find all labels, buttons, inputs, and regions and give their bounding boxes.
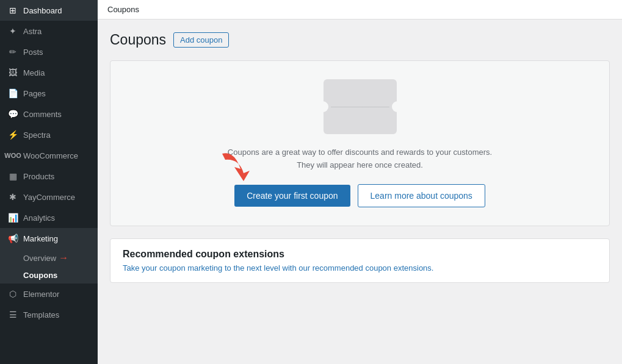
recommended-section: Recommended coupon extensions Take your …: [110, 238, 610, 283]
empty-state: Coupons are a great way to offer discoun…: [110, 60, 610, 226]
sidebar-item-media[interactable]: 🖼 Media: [0, 62, 98, 83]
content-area: Coupons Add coupon Coupons are a great w…: [98, 20, 622, 364]
sidebar-item-label: Elementor: [23, 290, 59, 299]
astra-icon: ✦: [7, 26, 18, 37]
templates-icon: ☰: [7, 309, 18, 320]
sidebar-item-label: WooCommerce: [23, 151, 78, 160]
add-coupon-button[interactable]: Add coupon: [173, 32, 229, 48]
overview-label: Overview: [23, 254, 56, 263]
sidebar-item-posts[interactable]: ✏ Posts: [0, 41, 98, 62]
sidebar-item-label: Products: [23, 172, 54, 181]
sidebar-item-templates[interactable]: ☰ Templates: [0, 304, 98, 325]
sidebar-item-label: Spectra: [23, 130, 51, 140]
sidebar-item-dashboard[interactable]: ⊞ Dashboard: [0, 0, 98, 21]
empty-state-description: Coupons are a great way to offer discoun…: [220, 146, 501, 172]
sidebar-item-products[interactable]: ▦ Products: [0, 166, 98, 187]
sidebar-item-coupons[interactable]: Coupons: [0, 267, 98, 284]
sidebar-item-yaycommerce[interactable]: ✱ YayCommerce: [0, 187, 98, 207]
comments-icon: 💬: [7, 109, 18, 120]
top-bar: Coupons: [98, 0, 622, 20]
coupon-illustration: [324, 79, 397, 134]
sidebar-item-spectra[interactable]: ⚡ Spectra: [0, 124, 98, 145]
marketing-submenu: Overview → Coupons: [0, 249, 98, 284]
sidebar: ⊞ Dashboard ✦ Astra ✏ Posts 🖼 Media 📄 Pa…: [0, 0, 98, 364]
pages-icon: 📄: [7, 88, 18, 99]
sidebar-item-overview[interactable]: Overview →: [0, 249, 98, 267]
sidebar-item-label: Dashboard: [23, 6, 62, 15]
elementor-icon: ⬡: [7, 288, 18, 299]
create-first-coupon-button[interactable]: Create your first coupon: [234, 185, 350, 207]
posts-icon: ✏: [7, 46, 18, 57]
sidebar-item-label: YayCommerce: [23, 193, 75, 202]
sidebar-item-woocommerce[interactable]: WOO WooCommerce: [0, 145, 98, 166]
dashboard-icon: ⊞: [7, 5, 18, 16]
sidebar-item-label: Media: [23, 68, 45, 77]
media-icon: 🖼: [7, 67, 18, 78]
yaycommerce-icon: ✱: [7, 191, 18, 202]
sidebar-item-pages[interactable]: 📄 Pages: [0, 83, 98, 104]
main-content: Coupons Coupons Add coupon Coupons are a…: [98, 0, 622, 364]
recommended-subtitle: Take your coupon marketing to the next l…: [123, 263, 597, 273]
coupons-label: Coupons: [23, 271, 57, 280]
recommended-title: Recommended coupon extensions: [123, 249, 597, 260]
analytics-icon: 📊: [7, 212, 18, 223]
sidebar-item-label: Comments: [23, 110, 62, 119]
empty-state-actions: Create your first coupon Learn more abou…: [234, 184, 485, 207]
sidebar-item-label: Pages: [23, 89, 46, 98]
sidebar-item-label: Templates: [23, 310, 59, 319]
top-bar-title: Coupons: [107, 5, 139, 14]
sidebar-item-astra[interactable]: ✦ Astra: [0, 21, 98, 41]
sidebar-item-comments[interactable]: 💬 Comments: [0, 104, 98, 124]
sidebar-item-label: Marketing: [23, 234, 58, 243]
spectra-icon: ⚡: [7, 129, 18, 140]
sidebar-item-elementor[interactable]: ⬡ Elementor: [0, 284, 98, 304]
overview-arrow: →: [59, 252, 68, 263]
sidebar-item-label: Astra: [23, 27, 42, 36]
sidebar-item-label: Analytics: [23, 213, 55, 223]
sidebar-item-label: Posts: [23, 48, 43, 57]
page-header: Coupons Add coupon: [110, 32, 610, 48]
sidebar-item-marketing[interactable]: 📢 Marketing: [0, 228, 98, 249]
learn-more-button[interactable]: Learn more about coupons: [358, 184, 485, 207]
sidebar-item-analytics[interactable]: 📊 Analytics: [0, 207, 98, 228]
woocommerce-icon: WOO: [7, 150, 18, 161]
marketing-icon: 📢: [7, 233, 18, 244]
page-title: Coupons: [110, 32, 166, 48]
products-icon: ▦: [7, 171, 18, 182]
